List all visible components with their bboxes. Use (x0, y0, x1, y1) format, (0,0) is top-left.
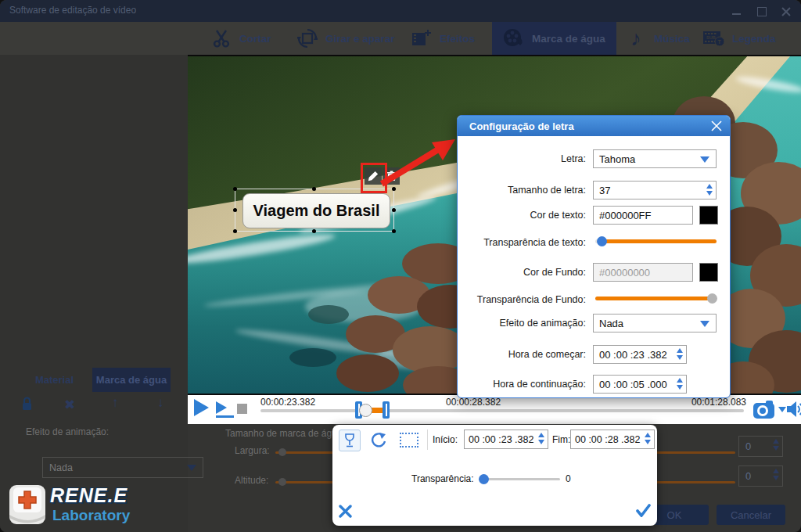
tab-cortar[interactable]: Cortar (210, 22, 271, 55)
segment-end-handle[interactable] (383, 401, 390, 419)
slider-thumb[interactable] (707, 293, 717, 304)
text-transparency-label: Transparência de texto: (461, 237, 586, 248)
dropdown-value: Nada (599, 318, 623, 329)
watermark-reel-icon (502, 27, 526, 50)
maximize-icon[interactable] (756, 6, 768, 17)
width-stepper[interactable]: 0 (738, 436, 783, 457)
total-time-label: 00:01:28.083 (684, 397, 746, 408)
bg-color-input[interactable]: #00000000 (593, 263, 693, 282)
start-label: Início: (433, 434, 458, 445)
play-icon[interactable] (194, 399, 209, 416)
renee-key-logo-icon (8, 483, 48, 530)
stop-icon[interactable] (237, 404, 247, 414)
rotate-crop-icon (296, 27, 319, 50)
svg-text:T: T (718, 39, 722, 45)
move-down-icon[interactable]: ↓ (157, 395, 164, 411)
scissors-icon (210, 27, 233, 50)
input-value: #000000FF (599, 210, 652, 221)
dialog-title: Configuração de letra (469, 120, 574, 132)
rotate-icon[interactable] (370, 432, 386, 451)
stepper-value: 00 :00 :23 .382 (599, 349, 667, 361)
tab-girar-e-aparar[interactable]: Girar e aparar (296, 22, 395, 55)
play-segment-icon[interactable] (216, 401, 234, 418)
tab-label: Efeitos (440, 33, 475, 45)
glass-style-button[interactable] (339, 430, 361, 451)
discard-x-icon[interactable] (339, 505, 352, 521)
chevron-down-icon (700, 321, 709, 327)
height-slider-thumb[interactable] (278, 478, 286, 486)
font-dropdown[interactable]: Tahoma (593, 149, 717, 168)
window-title: Software de editação de vídeo (9, 5, 136, 16)
animation-effect-dropdown[interactable]: Nada (593, 314, 717, 332)
text-color-swatch[interactable] (699, 206, 718, 225)
close-icon[interactable] (711, 120, 722, 131)
width-slider-thumb[interactable] (278, 448, 286, 456)
subtitle-icon: SUB T (702, 27, 726, 50)
text-transparency-slider[interactable] (595, 239, 717, 243)
button-label: OK (667, 509, 682, 521)
slider-thumb[interactable] (597, 236, 607, 246)
start-time-stepper[interactable]: 00 :00 :23 .382 (593, 345, 687, 364)
stepper-value: 00 :00 :28 .382 (575, 434, 640, 445)
tab-label: Música (654, 33, 690, 45)
tab-musica[interactable]: ♪ Música (624, 22, 690, 55)
stepper-value: 0 (745, 470, 751, 482)
logo-text: RENE.E (50, 484, 128, 507)
start-time-label: Hora de começar: (461, 349, 586, 360)
seek-thumb[interactable] (359, 404, 372, 417)
confirm-check-icon[interactable] (636, 504, 651, 520)
start-time-stepper[interactable]: 00 :00 :23 .382 (464, 430, 548, 449)
end-label: Fim: (552, 434, 570, 445)
svg-text:SUB: SUB (706, 35, 716, 40)
stepper-value: 00 :00 :23 .382 (469, 434, 533, 445)
bg-transparency-slider[interactable] (595, 297, 717, 300)
tab-legenda[interactable]: SUB T Legenda (702, 22, 776, 55)
transparency-slider[interactable] (479, 478, 560, 480)
dialog-header[interactable]: Configuração de letra (458, 116, 730, 136)
seek-track[interactable] (260, 409, 744, 412)
bg-transparency-label: Transparência de Fundo: (461, 294, 586, 305)
font-label: Letra: (461, 153, 586, 164)
watermark-text-box[interactable]: Viagem do Brasil (242, 193, 390, 228)
bg-color-swatch[interactable] (699, 263, 718, 282)
close-icon[interactable] (780, 6, 792, 17)
move-up-icon[interactable]: ↑ (112, 395, 119, 411)
chevron-down-icon (187, 465, 196, 471)
width-label: Largura: (235, 445, 270, 456)
app-window: Software de editação de vídeo Cortar (0, 0, 801, 532)
transparency-value: 0 (566, 473, 571, 484)
font-size-stepper[interactable]: 37 (593, 181, 717, 200)
duration-label: Hora de continuação: (461, 379, 586, 390)
height-stepper[interactable]: 0 (738, 466, 783, 487)
sidebar-tab-marca-de-agua[interactable]: Marca de água (92, 368, 171, 392)
camera-snapshot-icon[interactable] (753, 400, 776, 423)
stepper-value: 00 :00 :05 .000 (599, 379, 667, 390)
playback-bar: 00:00:23.382 00:00:28.382 00:01:28.083 (188, 395, 801, 424)
music-note-icon: ♪ (624, 27, 648, 50)
text-color-label: Cor de texto: (461, 210, 586, 221)
tab-marca-de-agua[interactable]: Marca de água (492, 22, 616, 55)
button-label: Cancelar (731, 509, 771, 521)
duration-stepper[interactable]: 00 :00 :05 .000 (593, 375, 687, 394)
lock-icon[interactable] (21, 397, 33, 415)
camera-dropdown-icon[interactable] (778, 407, 786, 412)
glass-icon (344, 433, 355, 448)
cancel-button[interactable]: Cancelar (717, 505, 785, 525)
sidebar-tab-material[interactable]: Material (17, 368, 92, 392)
tab-label: Marca de água (532, 33, 605, 45)
end-time-stepper[interactable]: 00 :00 :28 .382 (570, 430, 655, 449)
bg-color-label: Cor de Fundo: (461, 267, 586, 278)
stepper-value: 37 (599, 185, 610, 196)
slider-thumb[interactable] (479, 474, 489, 484)
remove-watermark-icon[interactable]: ✖ (64, 397, 75, 413)
tab-efeitos[interactable]: Efeitos (410, 22, 475, 55)
dropdown-value: Tahoma (599, 153, 635, 165)
animation-effect-dropdown[interactable]: Nada (42, 457, 203, 478)
font-size-label: Tamanho de letra: (461, 185, 586, 196)
text-color-input[interactable]: #000000FF (593, 206, 693, 225)
logo-subtext: Laboratory (52, 507, 130, 524)
volume-icon[interactable] (786, 400, 801, 422)
resize-selection-icon[interactable] (400, 433, 418, 448)
minimize-icon[interactable] (731, 6, 743, 17)
divider (427, 430, 428, 450)
